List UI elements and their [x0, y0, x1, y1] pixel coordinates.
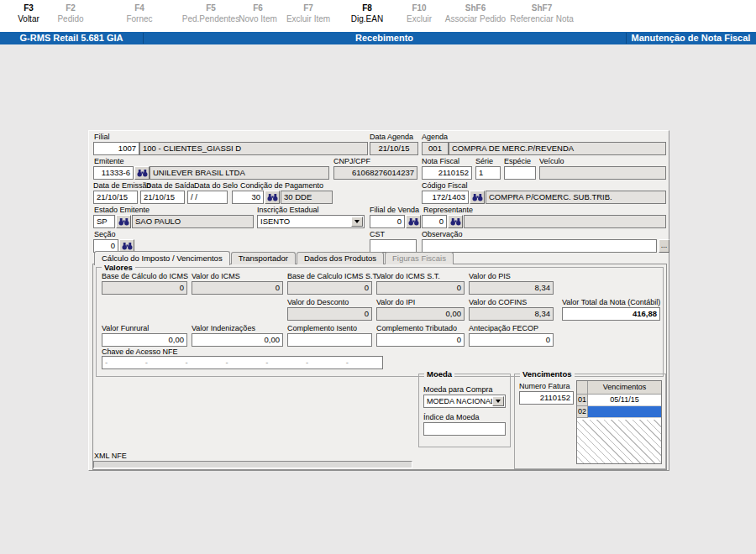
valor-ipi-field: 0,00: [376, 307, 465, 321]
nota-fiscal-form: Filial 1007 100 - CLIENTES_GIASSI D Data…: [88, 130, 669, 471]
estado-lookup-button[interactable]: [116, 215, 131, 228]
valor-pis-label: Valor do PIS: [469, 272, 511, 280]
data-selo-field[interactable]: / /: [187, 191, 228, 204]
estado-code-field[interactable]: SP: [93, 215, 115, 228]
cnpj-field: 61068276014237: [333, 166, 417, 180]
complemento-tributado-field[interactable]: 0: [376, 333, 465, 347]
valor-icms-st-label: Valor do ICMS S.T.: [376, 272, 440, 280]
moeda-group-title: Moeda: [424, 369, 454, 379]
tab-strip: Cálculo do Imposto / Vencimentos Transpo…: [94, 250, 454, 264]
filial-venda-label: Filial de Venda: [370, 206, 419, 214]
veiculo-label: Veículo: [539, 157, 564, 165]
valor-indenizacoes-label: Valor Indenizações: [192, 324, 255, 332]
numero-fatura-field[interactable]: 2110152: [519, 391, 574, 405]
binoculars-icon: [450, 217, 461, 226]
binoculars-icon: [472, 193, 483, 201]
valor-desconto-label: Valor do Desconto: [287, 298, 349, 306]
cond-pagamento-name-field: 30 DDE: [281, 191, 333, 204]
chevron-down-icon: [492, 396, 504, 406]
app-window: F3Voltar F2Pedido F4Fornec F5Ped.Pendent…: [0, 0, 756, 554]
vencimento-date-cell-selected[interactable]: [588, 406, 661, 418]
binoculars-icon: [408, 217, 419, 226]
title-bar: G-RMS Retail 5.681 GIA Recebimento Manut…: [0, 32, 756, 44]
nota-fiscal-field[interactable]: 2110152: [422, 166, 472, 180]
inscricao-estadual-label: Inscrição Estadual: [257, 206, 319, 214]
row-number-cell: 02: [577, 406, 588, 418]
codigo-fiscal-code-field[interactable]: 172/1403: [422, 191, 469, 204]
xml-nfe-label: XML NFE: [94, 452, 127, 460]
fkey-shf7[interactable]: ShF7Referenciar Nota: [500, 0, 584, 24]
cond-pagamento-code-field[interactable]: 30: [232, 191, 264, 204]
data-saida-label: Data de Saída: [146, 181, 195, 190]
numero-fatura-label: Numero Fatura: [519, 382, 570, 390]
data-emissao-field[interactable]: 21/10/15: [93, 191, 138, 204]
representante-lookup-button[interactable]: [448, 215, 463, 228]
moeda-compra-label: Moeda para Compra: [423, 385, 493, 394]
indice-moeda-label: Índice da Moeda: [423, 413, 480, 421]
valor-cofins-field: 8,34: [469, 307, 554, 321]
chave-nfe-field[interactable]: - - - - - - -: [102, 356, 383, 369]
binoculars-icon: [122, 242, 133, 250]
filial-venda-field[interactable]: 0: [370, 215, 405, 228]
antecipacao-fecop-field[interactable]: 0: [469, 333, 554, 347]
valor-cofins-label: Valor do COFINS: [469, 298, 527, 306]
filial-code-field[interactable]: 1007: [93, 142, 139, 155]
vencimento-row-2[interactable]: 02: [577, 406, 661, 418]
vencimento-date-cell[interactable]: 05/11/15: [588, 395, 661, 406]
serie-field[interactable]: 1: [475, 166, 501, 180]
cond-pagamento-lookup-button[interactable]: [265, 191, 280, 204]
agenda-code-field: 001: [422, 142, 449, 155]
valor-pis-field: 8,34: [469, 281, 554, 295]
data-selo-label: Data do Selo: [194, 181, 238, 190]
observacao-field[interactable]: [422, 239, 657, 253]
complemento-isento-field[interactable]: [287, 333, 372, 347]
valor-desconto-field: 0: [287, 307, 372, 321]
base-calculo-icms-st-field: 0: [287, 281, 372, 295]
observacao-more-button[interactable]: ...: [659, 239, 669, 253]
codigo-fiscal-lookup-button[interactable]: [470, 191, 485, 204]
data-agenda-field: 21/10/15: [370, 142, 418, 155]
filial-venda-lookup-button[interactable]: [406, 215, 421, 228]
base-calculo-icms-label: Base de Cálculo do ICMS: [102, 272, 188, 280]
binoculars-icon: [267, 193, 278, 201]
representante-name-field: [464, 215, 666, 228]
indice-moeda-field[interactable]: [423, 422, 506, 436]
vencimento-row-1[interactable]: 01 05/11/15: [577, 395, 661, 406]
inscricao-estadual-value: ISENTO: [260, 217, 290, 226]
tab-dados-produtos[interactable]: Dados dos Produtos: [297, 252, 384, 264]
window-title: Manutenção de Nota Fiscal: [626, 32, 756, 44]
valor-funrural-field[interactable]: 0,00: [102, 333, 187, 347]
data-saida-field[interactable]: 21/10/15: [140, 191, 185, 204]
filial-label: Filial: [94, 133, 110, 141]
estado-emitente-label: Estado Emitente: [94, 206, 150, 214]
complemento-isento-label: Complemento Isento: [287, 324, 357, 332]
moeda-compra-select[interactable]: MOEDA NACIONAL: [423, 395, 506, 408]
row-number-cell: 01: [577, 395, 588, 406]
tab-calculo-imposto-vencimentos[interactable]: Cálculo do Imposto / Vencimentos: [94, 251, 230, 265]
cnpj-label: CNPJ/CPF: [333, 157, 370, 165]
valor-total-nota-field: 416,88: [562, 307, 660, 321]
representante-code-field[interactable]: 0: [422, 215, 447, 228]
emitente-code-field[interactable]: 11333-6: [93, 166, 134, 180]
vencimentos-grid[interactable]: Vencimentos 01 05/11/15 02: [576, 380, 662, 464]
representante-label: Representante: [423, 206, 473, 214]
valor-total-nota-label: Valor Total da Nota (Contábil): [562, 298, 660, 306]
emitente-lookup-button[interactable]: [134, 166, 150, 180]
base-calculo-icms-field: 0: [102, 281, 187, 295]
secao-label: Seção: [94, 230, 116, 238]
inscricao-estadual-select[interactable]: ISENTO: [257, 215, 365, 228]
grid-header-row: Vencimentos: [577, 381, 661, 395]
grid-corner-cell: [577, 381, 588, 395]
agenda-label: Agenda: [422, 133, 448, 141]
complemento-tributado-label: Complemento Tributado: [376, 324, 457, 332]
tab-figuras-fiscais: Figuras Fiscais: [385, 252, 454, 264]
screen-title: Recebimento: [143, 32, 626, 44]
data-emissao-label: Data de Emissão: [93, 181, 151, 190]
grid-header-vencimentos: Vencimentos: [588, 381, 661, 395]
valor-icms-st-field: 0: [376, 281, 465, 295]
valor-icms-field: 0: [192, 281, 283, 295]
especie-field[interactable]: [504, 166, 536, 180]
filial-name-field: 100 - CLIENTES_GIASSI D: [139, 142, 368, 155]
valor-indenizacoes-field[interactable]: 0,00: [192, 333, 283, 347]
tab-transportador[interactable]: Transportador: [231, 252, 296, 264]
